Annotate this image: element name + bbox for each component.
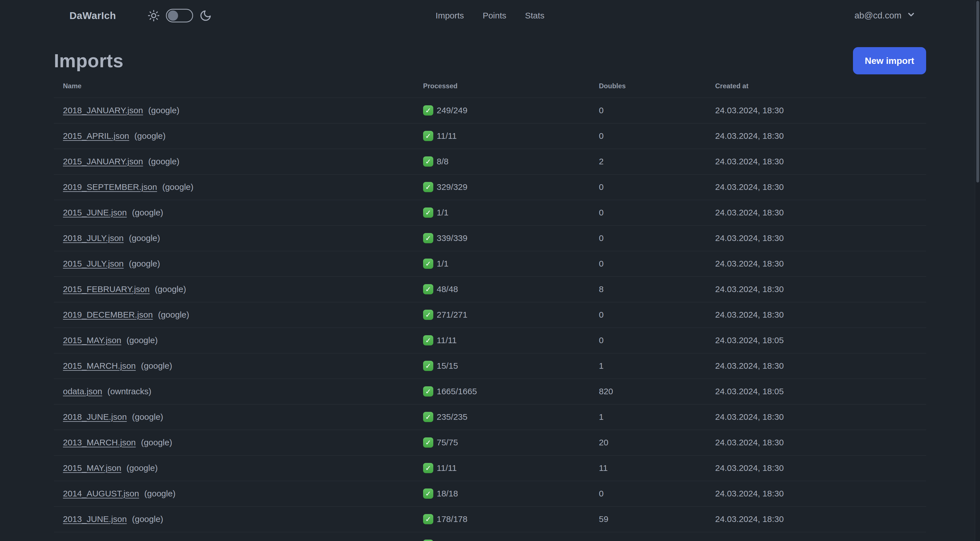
imports-table: Name Processed Doubles Created at 2018_J… xyxy=(54,74,926,541)
import-source: (google) xyxy=(132,412,163,421)
table-row: 2015_FEBRUARY.json (google) ✓ 48/48 8 24… xyxy=(54,276,926,302)
doubles-cell: 0 xyxy=(590,251,706,276)
navbar: DaWarIch Imports Points xyxy=(0,0,980,31)
import-file-link[interactable]: 2019_SEPTEMBER.json xyxy=(63,182,157,192)
theme-switch[interactable] xyxy=(166,9,193,22)
import-file-link[interactable]: odata.json xyxy=(63,386,102,396)
import-file-link[interactable]: 2013_MARCH.json xyxy=(63,438,136,447)
user-menu[interactable]: ab@cd.com xyxy=(854,10,916,22)
processed-count: 271/271 xyxy=(437,310,467,319)
processed-cell: ✓ 329/329 xyxy=(414,174,590,200)
doubles-cell: 1 xyxy=(590,404,706,430)
processed-cell: ✓ 11/11 xyxy=(414,327,590,353)
processed-count: 11/11 xyxy=(437,131,457,141)
nav-link-stats[interactable]: Stats xyxy=(525,11,544,21)
import-file-link[interactable]: 2015_JUNE.json xyxy=(63,208,127,217)
header-name: Name xyxy=(54,74,414,97)
table-row: odata.json (owntracks) ✓ 1665/1665 820 2… xyxy=(54,379,926,404)
created-at-cell: 24.03.2024, 18:30 xyxy=(706,200,926,225)
page-head: Imports New import xyxy=(54,47,926,74)
doubles-cell: 8 xyxy=(590,276,706,302)
check-icon: ✓ xyxy=(423,514,433,524)
check-icon: ✓ xyxy=(423,539,433,541)
import-file-link[interactable]: 2018_JUNE.json xyxy=(63,412,127,421)
scrollbar-thumb[interactable] xyxy=(976,1,979,182)
import-file-link[interactable]: 2015_JANUARY.json xyxy=(63,157,143,166)
processed-cell: ✓ 75/75 xyxy=(414,430,590,455)
app-logo[interactable]: DaWarIch xyxy=(70,10,116,21)
processed-count: 75/75 xyxy=(437,438,458,447)
import-file-link[interactable]: 2018_JULY.json xyxy=(63,233,124,243)
table-row: 2015_JANUARY.json (google) ✓ 8/8 2 24.03… xyxy=(54,149,926,174)
created-at-cell: 24.03.2024, 18:30 xyxy=(706,302,926,327)
import-file-link[interactable]: 2018_JANUARY.json xyxy=(63,105,143,115)
processed-count: 1665/1665 xyxy=(437,386,477,396)
processed-cell: ✓ 8/8 xyxy=(414,149,590,174)
page-title: Imports xyxy=(54,50,124,72)
name-cell: 2015_MAY.json (google) xyxy=(54,455,414,481)
import-source: (google) xyxy=(148,157,180,166)
import-file-link[interactable]: 2015_MAY.json xyxy=(63,463,121,472)
check-icon: ✓ xyxy=(423,386,433,397)
import-source: (google) xyxy=(141,438,172,447)
table-row: 2019_DECEMBER.json (google) ✓ 271/271 0 … xyxy=(54,302,926,327)
import-file-link[interactable]: 2015_FEBRUARY.json xyxy=(63,284,150,294)
moon-icon xyxy=(199,10,212,22)
import-file-link[interactable]: 2015_MARCH.json xyxy=(63,361,136,370)
import-file-link[interactable]: 2015_MAY.json xyxy=(63,335,121,345)
import-source: (google) xyxy=(126,463,158,472)
check-icon: ✓ xyxy=(423,437,433,448)
header-processed: Processed xyxy=(414,74,590,97)
created-at-cell: 24.03.2024, 18:30 xyxy=(706,430,926,455)
check-icon: ✓ xyxy=(423,463,433,473)
processed-cell: ✓ 235/235 xyxy=(414,404,590,430)
doubles-cell: 0 xyxy=(590,200,706,225)
processed-count: 11/11 xyxy=(437,463,457,473)
new-import-button[interactable]: New import xyxy=(853,47,926,74)
import-source: (google) xyxy=(141,361,172,370)
imports-table-body: 2018_JANUARY.json (google) ✓ 249/249 0 2… xyxy=(54,97,926,541)
import-source: (google) xyxy=(148,105,180,115)
user-email: ab@cd.com xyxy=(854,11,902,21)
created-at-cell: 24.03.2024, 18:30 xyxy=(706,353,926,379)
check-icon: ✓ xyxy=(423,335,433,345)
import-file-link[interactable]: 2015_JULY.json xyxy=(63,259,124,268)
created-at-cell: 24.03.2024, 18:30 xyxy=(706,481,926,506)
import-file-link[interactable]: 2015_APRIL.json xyxy=(63,131,129,140)
import-file-link[interactable]: 2013_JUNE.json xyxy=(63,514,127,524)
check-icon: ✓ xyxy=(423,156,433,167)
doubles-cell: 0 xyxy=(590,123,706,149)
created-at-cell: 24.03.2024, 18:30 xyxy=(706,174,926,200)
table-header-row: Name Processed Doubles Created at xyxy=(54,74,926,97)
created-at-cell xyxy=(706,532,926,541)
import-source: (google) xyxy=(158,310,189,319)
name-cell: 2015_APRIL.json (google) xyxy=(54,123,414,149)
name-cell: 2018_JULY.json (google) xyxy=(54,225,414,251)
check-icon: ✓ xyxy=(423,233,433,243)
nav-link-points[interactable]: Points xyxy=(483,11,506,21)
check-icon: ✓ xyxy=(423,361,433,371)
import-source: (owntracks) xyxy=(107,386,151,396)
doubles-cell: 0 xyxy=(590,174,706,200)
import-file-link[interactable]: 2014_AUGUST.json xyxy=(63,489,139,498)
doubles-cell xyxy=(590,532,706,541)
name-cell: 2019_SEPTEMBER.json (google) xyxy=(54,174,414,200)
check-icon: ✓ xyxy=(423,207,433,218)
processed-cell: ✓ 1/1 xyxy=(414,200,590,225)
table-row: 2018_JULY.json (google) ✓ 339/339 0 24.0… xyxy=(54,225,926,251)
name-cell: 2015_MAY.json (google) xyxy=(54,327,414,353)
processed-cell: ✓ 1/1 xyxy=(414,251,590,276)
processed-cell: ✓ xyxy=(414,532,590,541)
doubles-cell: 11 xyxy=(590,455,706,481)
import-file-link[interactable]: 2019_DECEMBER.json xyxy=(63,310,153,319)
name-cell xyxy=(54,532,414,541)
import-source: (google) xyxy=(129,233,160,243)
doubles-cell: 820 xyxy=(590,379,706,404)
theme-switch-knob xyxy=(168,11,178,21)
processed-cell: ✓ 178/178 xyxy=(414,506,590,532)
created-at-cell: 24.03.2024, 18:30 xyxy=(706,251,926,276)
table-row: 2015_APRIL.json (google) ✓ 11/11 0 24.03… xyxy=(54,123,926,149)
nav-link-imports[interactable]: Imports xyxy=(436,11,464,21)
doubles-cell: 1 xyxy=(590,353,706,379)
import-source: (google) xyxy=(134,131,165,140)
